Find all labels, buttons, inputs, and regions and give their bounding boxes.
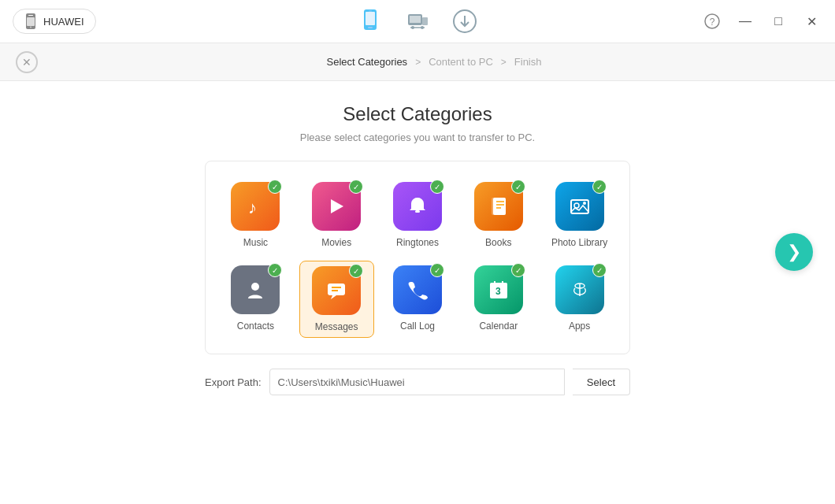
svg-rect-1 [28, 15, 33, 16]
category-icon-wrap-photolibrary: ✓ [555, 182, 604, 231]
download-icon[interactable] [451, 7, 479, 35]
check-badge-movies: ✓ [349, 180, 363, 194]
svg-text:3: 3 [495, 286, 501, 297]
category-item-contacts[interactable]: ✓ Contacts [218, 261, 293, 338]
category-item-ringtones[interactable]: ✓ Ringtones [380, 177, 455, 253]
check-badge-contacts: ✓ [268, 263, 282, 277]
category-label-apps: Apps [569, 321, 590, 332]
category-label-music: Music [243, 237, 268, 248]
category-label-ringtones: Ringtones [396, 237, 439, 248]
category-icon-wrap-apps: ✓ [555, 265, 604, 314]
category-icon-wrap-music: ♪ ✓ [231, 182, 280, 231]
svg-rect-6 [368, 27, 373, 28]
check-badge-books: ✓ [511, 180, 525, 194]
svg-rect-20 [415, 210, 420, 213]
export-bar: Export Path: Select [205, 369, 630, 395]
categories-grid: ♪ ✓ Music ✓ Movies ✓ Ringtones [218, 177, 617, 338]
category-label-books: Books [485, 237, 511, 248]
breadcrumb-step2: Content to PC [429, 56, 493, 68]
breadcrumb-steps: Select Categories > Content to PC > Fini… [49, 56, 819, 68]
svg-rect-30 [328, 284, 345, 295]
device-icon [24, 13, 37, 29]
svg-rect-7 [369, 11, 372, 12]
svg-marker-31 [331, 295, 336, 299]
export-path-label: Export Path: [205, 376, 262, 388]
svg-rect-26 [571, 200, 588, 213]
category-icon-wrap-calendar: 3 ✓ [474, 265, 523, 314]
check-badge-calllog: ✓ [430, 263, 444, 277]
window-controls: ? — □ ✕ [701, 10, 822, 32]
svg-point-3 [30, 27, 32, 28]
category-label-calllog: Call Log [400, 321, 435, 332]
maximize-button[interactable]: □ [767, 10, 789, 32]
category-item-calendar[interactable]: 3 ✓ Calendar [461, 261, 536, 338]
check-badge-apps: ✓ [592, 263, 607, 277]
category-item-photolibrary[interactable]: ✓ Photo Library [542, 177, 617, 253]
category-item-messages[interactable]: ✓ Messages [299, 261, 374, 338]
category-label-messages: Messages [315, 321, 358, 332]
export-select-button[interactable]: Select [573, 369, 630, 395]
check-badge-messages: ✓ [349, 264, 363, 278]
svg-point-12 [411, 26, 414, 29]
next-button[interactable]: ❯ [775, 233, 813, 271]
svg-point-28 [583, 202, 586, 205]
category-label-photolibrary: Photo Library [551, 237, 607, 248]
title-center-icons [356, 7, 479, 35]
category-icon-wrap-books: ✓ [474, 182, 523, 231]
category-icon-wrap-movies: ✓ [312, 182, 361, 231]
svg-rect-5 [366, 12, 375, 25]
svg-rect-2 [27, 17, 35, 26]
category-item-books[interactable]: ✓ Books [461, 177, 536, 253]
breadcrumb-step3: Finish [514, 56, 542, 68]
category-icon-wrap-contacts: ✓ [231, 265, 280, 314]
category-item-apps[interactable]: ✓ Apps [542, 261, 617, 338]
check-badge-ringtones: ✓ [430, 180, 444, 194]
category-icon-wrap-ringtones: ✓ [393, 182, 442, 231]
category-item-movies[interactable]: ✓ Movies [299, 177, 374, 253]
svg-rect-10 [422, 17, 428, 25]
category-item-calllog[interactable]: ✓ Call Log [380, 261, 455, 338]
check-badge-music: ✓ [268, 180, 282, 194]
backup-icon[interactable] [403, 7, 432, 35]
svg-point-29 [251, 283, 259, 291]
category-label-calendar: Calendar [479, 321, 518, 332]
svg-rect-9 [410, 16, 421, 23]
svg-marker-19 [331, 199, 343, 213]
check-badge-calendar: ✓ [511, 263, 525, 277]
category-label-contacts: Contacts [237, 321, 274, 332]
minimize-button[interactable]: — [734, 10, 756, 32]
close-window-button[interactable]: ✕ [800, 10, 822, 32]
breadcrumb-arrow2: > [501, 57, 507, 68]
svg-text:?: ? [710, 17, 715, 28]
category-item-music[interactable]: ♪ ✓ Music [218, 177, 293, 253]
title-bar: HUAWEI [0, 0, 835, 43]
device-name: HUAWEI [43, 16, 84, 28]
page-subtitle: Please select categories you want to tra… [300, 132, 535, 143]
main-wrapper: Select Categories Please select categori… [0, 81, 835, 411]
breadcrumb-bar: ✕ Select Categories > Content to PC > Fi… [0, 43, 835, 81]
main-content: Select Categories Please select categori… [0, 81, 835, 411]
svg-rect-22 [493, 198, 506, 215]
check-badge-photolibrary: ✓ [592, 180, 607, 194]
breadcrumb-close-button[interactable]: ✕ [16, 51, 38, 73]
svg-text:♪: ♪ [248, 198, 257, 217]
page-title: Select Categories [343, 103, 492, 125]
help-button[interactable]: ? [701, 10, 723, 32]
breadcrumb-step1: Select Categories [327, 56, 408, 68]
breadcrumb-arrow1: > [415, 57, 421, 68]
category-label-movies: Movies [321, 237, 351, 248]
device-badge[interactable]: HUAWEI [13, 9, 96, 34]
category-icon-wrap-messages: ✓ [312, 266, 361, 315]
export-path-input[interactable] [269, 369, 565, 395]
category-icon-wrap-calllog: ✓ [393, 265, 442, 314]
phone-transfer-icon[interactable] [356, 7, 384, 35]
svg-point-13 [421, 26, 424, 29]
categories-container: ♪ ✓ Music ✓ Movies ✓ Ringtones [205, 161, 630, 354]
